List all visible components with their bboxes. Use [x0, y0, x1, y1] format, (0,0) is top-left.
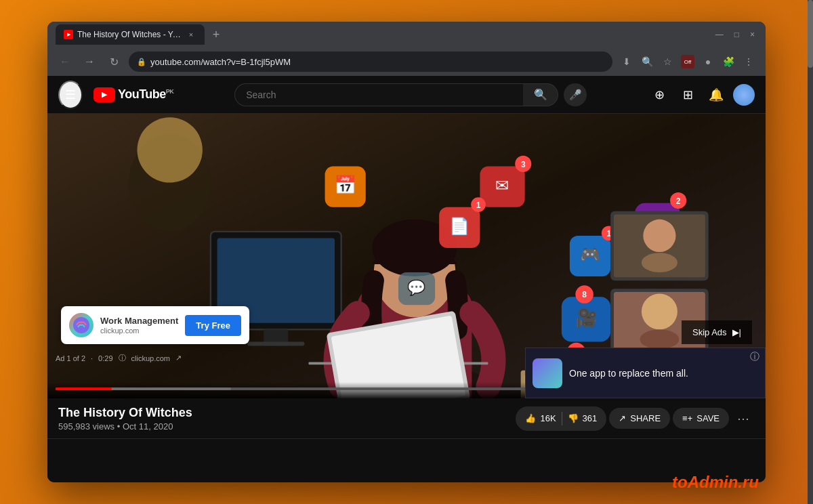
title-bar: The History Of Witches - You... × + — □ …: [47, 22, 766, 47]
share-button[interactable]: ↗ SHARE: [609, 408, 670, 429]
new-tab-button[interactable]: +: [207, 26, 225, 43]
ad-info: Work Management clickup.com: [100, 316, 178, 335]
youtube-content: ☰ YouTubePK 🔍 🎤 ⊕ ⊞ 🔔: [47, 76, 766, 482]
forward-button[interactable]: →: [80, 52, 99, 71]
ad-overlay: Work Management clickup.com Try Free: [61, 306, 249, 344]
side-ad-panel: One app to replace them all. ⓘ: [525, 348, 766, 398]
svg-point-51: [642, 293, 678, 329]
yt-menu-button[interactable]: ☰: [58, 81, 83, 109]
ad-external-icon: ↗: [175, 354, 182, 362]
search-input[interactable]: [234, 83, 523, 106]
download-icon[interactable]: ⬇: [618, 53, 635, 70]
yt-header-right: ⊕ ⊞ 🔔: [648, 83, 755, 106]
apps-button[interactable]: ⊞: [676, 83, 699, 106]
svg-text:8: 8: [582, 290, 587, 299]
search-container: 🔍 🎤: [234, 83, 587, 106]
zoom-icon[interactable]: 🔍: [638, 53, 656, 70]
back-button[interactable]: ←: [56, 52, 75, 71]
upload-date: Oct 11, 2020: [123, 421, 173, 432]
url-text: youtube.com/watch?v=B-1fcjl5pWM: [150, 57, 291, 67]
share-label: SHARE: [630, 413, 661, 423]
svg-text:🎥: 🎥: [575, 307, 598, 329]
maximize-button[interactable]: □: [732, 28, 742, 41]
svg-text:3: 3: [521, 160, 526, 169]
extensions-icon[interactable]: Off: [679, 53, 696, 70]
like-divider: [562, 412, 562, 425]
svg-rect-7: [247, 341, 304, 345]
dislike-count: 361: [583, 413, 598, 423]
more-actions-button[interactable]: ⋯: [732, 406, 755, 432]
like-button[interactable]: 👍 16K 👎 361: [516, 406, 606, 431]
svg-text:💬: 💬: [407, 278, 426, 297]
like-icon: 👍: [525, 413, 536, 423]
dislike-icon: 👎: [568, 413, 579, 423]
user-avatar[interactable]: [733, 84, 755, 106]
refresh-button[interactable]: ↻: [104, 52, 123, 71]
view-count: 595,983 views: [58, 421, 114, 432]
ext-off-badge: Off: [681, 55, 694, 68]
video-actions: 👍 16K 👎 361 ↗ SHARE ≡+ SAVE: [516, 406, 755, 432]
browser-window: The History Of Witches - You... × + — □ …: [47, 22, 766, 482]
video-title-section: The History Of Witches 595,983 views • O…: [58, 405, 505, 431]
date-separator: •: [117, 421, 123, 432]
skip-ads-button[interactable]: Skip Ads ▶|: [682, 320, 752, 344]
svg-point-47: [643, 219, 675, 252]
yt-logo[interactable]: YouTubePK: [93, 87, 173, 102]
svg-point-3: [138, 117, 203, 182]
lock-icon: 🔒: [137, 58, 146, 66]
svg-text:📅: 📅: [334, 174, 357, 196]
tab-close-button[interactable]: ×: [186, 29, 196, 40]
skip-icon: ▶|: [732, 327, 741, 337]
tab-title: The History Of Witches - You...: [77, 30, 182, 39]
profile-circle[interactable]: ●: [699, 53, 717, 70]
tab-bar: The History Of Witches - You... × +: [56, 24, 707, 45]
ad-domain-label: clickup.com: [131, 354, 170, 362]
video-meta: 595,983 views • Oct 11, 2020: [58, 421, 505, 432]
side-ad-text: One app to replace them all.: [569, 368, 688, 379]
ad-cta-button[interactable]: Try Free: [185, 315, 241, 336]
svg-text:1: 1: [476, 201, 481, 210]
video-info-bar: The History Of Witches 595,983 views • O…: [47, 398, 766, 439]
window-controls: — □ ×: [713, 28, 757, 41]
mic-button[interactable]: 🎤: [564, 83, 587, 106]
svg-text:✉: ✉: [495, 176, 509, 194]
svg-point-48: [642, 253, 678, 272]
tab-favicon: [64, 30, 73, 39]
progress-fill: [56, 387, 112, 390]
ad-domain: clickup.com: [100, 327, 178, 335]
url-bar[interactable]: 🔒 youtube.com/watch?v=B-1fcjl5pWM: [129, 51, 612, 72]
close-button[interactable]: ×: [747, 28, 757, 41]
save-icon: ≡+: [682, 413, 692, 423]
video-title: The History Of Witches: [58, 405, 505, 421]
address-bar: ← → ↻ 🔒 youtube.com/watch?v=B-1fcjl5pWM …: [47, 47, 766, 76]
more-options-icon[interactable]: ⋮: [740, 53, 757, 70]
create-button[interactable]: ⊕: [648, 83, 671, 106]
ad-info-icon[interactable]: ⓘ: [119, 353, 126, 363]
video-player-wrapper: 📅 ✉ 3 📄 1: [47, 114, 766, 398]
share-icon: ↗: [619, 413, 626, 423]
youtube-header: ☰ YouTubePK 🔍 🎤 ⊕ ⊞ 🔔: [47, 76, 766, 114]
ad-label: Ad 1 of 2: [56, 354, 85, 362]
ad-title: Work Management: [100, 316, 178, 327]
side-ad-logo: [533, 358, 562, 388]
save-button[interactable]: ≡+ SAVE: [673, 408, 729, 429]
svg-point-52: [640, 329, 680, 349]
svg-text:📄: 📄: [449, 216, 470, 236]
ad-logo-icon: [69, 313, 93, 337]
search-button[interactable]: 🔍: [523, 83, 558, 106]
yt-main: 📅 ✉ 3 📄 1: [47, 114, 766, 482]
minimize-button[interactable]: —: [713, 28, 726, 41]
active-tab[interactable]: The History Of Witches - You... ×: [56, 24, 205, 45]
save-label: SAVE: [696, 413, 720, 423]
yt-logo-icon: [93, 87, 115, 102]
address-bar-actions: ⬇ 🔍 ☆ Off ● 🧩 ⋮: [618, 53, 757, 70]
side-ad-close-button[interactable]: ⓘ: [750, 351, 759, 363]
like-count: 16K: [540, 413, 556, 423]
notification-button[interactable]: 🔔: [705, 83, 728, 106]
svg-text:2: 2: [676, 196, 681, 206]
yt-logo-text: YouTubePK: [118, 87, 173, 102]
puzzle-icon[interactable]: 🧩: [720, 53, 737, 70]
clickup-logo-svg: [72, 316, 91, 335]
svg-text:🎮: 🎮: [580, 245, 601, 264]
star-icon[interactable]: ☆: [659, 53, 676, 70]
